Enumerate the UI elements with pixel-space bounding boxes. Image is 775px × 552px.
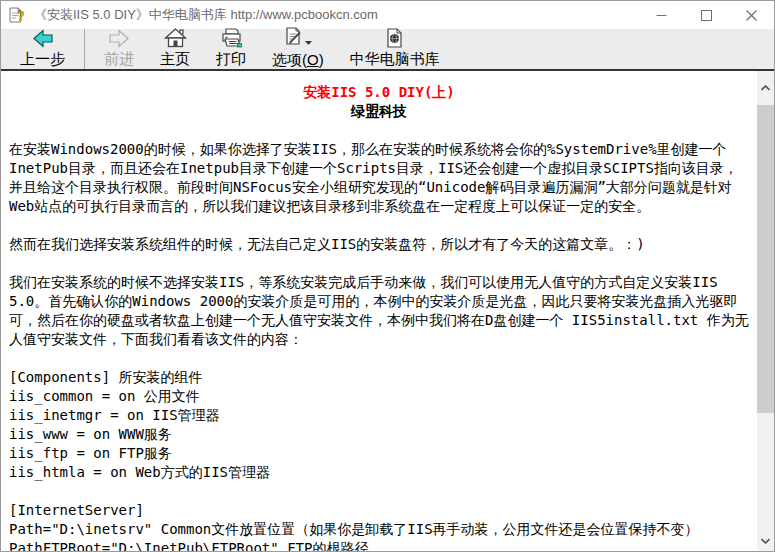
toolbar-button-label: 上一步 xyxy=(20,50,65,69)
dropdown-caret-icon xyxy=(305,32,312,49)
toolbar-button-label: 主页 xyxy=(160,50,190,69)
home-icon xyxy=(164,28,187,48)
minimize-button[interactable] xyxy=(639,1,684,29)
maximize-button[interactable] xyxy=(684,1,729,29)
scroll-up-arrow-icon[interactable] xyxy=(757,79,774,96)
printer-icon xyxy=(220,28,243,48)
document-body: 安装IIS 5.0 DIY(上) 绿盟科技 在安装Windows2000的时候，… xyxy=(1,71,757,551)
config-components-block: [Components] 所安装的组件 iis_common = on 公用文件… xyxy=(9,368,749,482)
close-button[interactable] xyxy=(729,1,774,29)
config-line: iis_common = on 公用文件 xyxy=(9,387,749,406)
svg-text:?: ? xyxy=(18,9,25,24)
toolbar: 上一步 前进 主页 xyxy=(1,29,774,71)
toolbar-button-back[interactable]: 上一步 xyxy=(7,29,78,69)
config-line: Path="D:\inetsrv" Common文件放置位置（如果你是卸载了II… xyxy=(9,520,749,539)
window-title: 《安装IIS 5.0 DIY》中华电脑书库 http://www.pcbookc… xyxy=(34,6,639,24)
forward-arrow-icon xyxy=(108,29,130,48)
document-viewport: 安装IIS 5.0 DIY(上) 绿盟科技 在安装Windows2000的时候，… xyxy=(1,71,774,551)
chm-help-file-icon[interactable]: ? xyxy=(8,7,26,24)
toolbar-button-label: 前进 xyxy=(104,50,134,69)
config-line: [Components] 所安装的组件 xyxy=(9,368,749,387)
config-line: iis_www = on WWW服务 xyxy=(9,425,749,444)
help-viewer-window: ? 《安装IIS 5.0 DIY》中华电脑书库 http://www.pcboo… xyxy=(0,0,775,552)
scroll-down-arrow-icon[interactable] xyxy=(757,532,774,549)
toolbar-button-options[interactable]: 选项(O) xyxy=(259,29,337,69)
config-line: PathFTPRoot="D:\InetPub\FTPRoot" FTP的根路径 xyxy=(9,539,749,551)
toolbar-button-forward[interactable]: 前进 xyxy=(91,29,147,69)
options-icon xyxy=(284,26,303,49)
toolbar-button-label: 中华电脑书库 xyxy=(350,50,440,69)
scrollbar-thumb[interactable] xyxy=(757,105,774,413)
config-line: iis_inetmgr = on IIS管理器 xyxy=(9,406,749,425)
config-internetserver-block: [InternetServer] Path="D:\inetsrv" Commo… xyxy=(9,501,749,551)
toolbar-button-label: 选项(O) xyxy=(272,51,324,70)
window-controls xyxy=(639,1,774,29)
titlebar: ? 《安装IIS 5.0 DIY》中华电脑书库 http://www.pcboo… xyxy=(1,1,774,29)
config-line: iis_ftp = on FTP服务 xyxy=(9,444,749,463)
book-site-icon xyxy=(386,28,403,48)
paragraph: 我们在安装系统的时候不选择安装IIS，等系统安装完成后手动来做，我们可以使用无人… xyxy=(9,273,749,349)
paragraph: 然而在我们选择安装系统组件的时候，无法自己定义IIS的安装盘符，所以才有了今天的… xyxy=(9,235,749,254)
paragraph: 在安装Windows2000的时候，如果你选择了安装IIS，那么在安装的时候系统… xyxy=(9,140,749,216)
vertical-scrollbar[interactable] xyxy=(757,71,774,551)
article-title: 安装IIS 5.0 DIY(上) xyxy=(9,83,749,102)
config-line: [InternetServer] xyxy=(9,501,749,520)
toolbar-separator xyxy=(84,29,85,69)
toolbar-button-home[interactable]: 主页 xyxy=(147,29,203,69)
config-line: iis_htmla = on Web方式的IIS管理器 xyxy=(9,463,749,482)
toolbar-button-print[interactable]: 打印 xyxy=(203,29,259,69)
article-author: 绿盟科技 xyxy=(9,102,749,121)
toolbar-button-pcbook-site[interactable]: 中华电脑书库 xyxy=(337,29,453,69)
back-arrow-icon xyxy=(32,29,54,48)
toolbar-button-label: 打印 xyxy=(216,50,246,69)
